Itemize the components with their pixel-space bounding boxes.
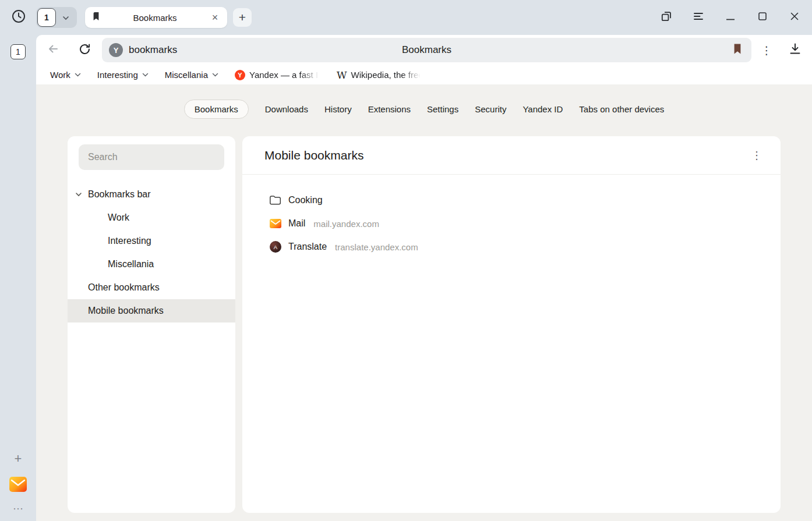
bookmarks-bar-folder-interesting[interactable]: Interesting (97, 70, 149, 80)
tree-item-bookmarks-bar[interactable]: Bookmarks bar (68, 183, 235, 206)
bookmarks-bar-link-wikipedia[interactable]: W Wikipedia, the free (337, 69, 422, 81)
yandex-mail-app-button[interactable] (9, 477, 27, 494)
bookmark-tab-icon (92, 12, 100, 23)
side-panels-button[interactable] (659, 10, 673, 24)
svg-text:A: A (273, 244, 277, 250)
tree-item-mobile-bookmarks[interactable]: Mobile bookmarks (68, 299, 235, 322)
bookmark-link-label: Yandex — a fast In (249, 70, 320, 80)
list-title: Mobile bookmarks (264, 148, 363, 162)
yandex-translate-favicon: A (269, 241, 281, 253)
tree-item-label: Other bookmarks (88, 282, 160, 293)
bookmark-folder-label: Miscellania (165, 70, 208, 80)
bookmark-folder-label: Work (50, 70, 70, 80)
manager-nav-tabs: Bookmarks Downloads History Extensions S… (36, 84, 812, 119)
list-item-mail[interactable]: Mail mail.yandex.com (242, 212, 781, 235)
history-clock-button[interactable] (10, 9, 27, 26)
maximize-icon (758, 12, 767, 23)
yandex-mail-favicon (269, 219, 281, 228)
back-arrow-icon (46, 42, 60, 58)
tab-title: Bookmarks (100, 13, 210, 23)
bookmarks-manager-page: Bookmarks Downloads History Extensions S… (36, 84, 812, 521)
chevron-expanded-icon[interactable] (75, 192, 83, 197)
site-favicon: Y (109, 43, 123, 57)
workspace-badge[interactable]: 1 (10, 44, 26, 59)
browser-window: Y bookmarks Bookmarks ⋮ Work Interesting (36, 35, 812, 521)
tab-yandex-id-section[interactable]: Yandex ID (522, 100, 563, 118)
folder-tree: Bookmarks bar Work Interesting Miscellan… (68, 183, 235, 322)
bookmark-name: Cooking (288, 195, 323, 205)
tab-group-dropdown[interactable] (56, 12, 76, 23)
tab-extensions-section[interactable]: Extensions (368, 100, 411, 118)
tab-security-section[interactable]: Security (475, 100, 506, 118)
tab-group[interactable]: 1 (36, 7, 77, 28)
bookmark-flag-icon (733, 43, 742, 57)
tab-settings-section[interactable]: Settings (427, 100, 458, 118)
reload-button[interactable] (77, 43, 91, 57)
side-strip: 1 + ⋯ (0, 35, 36, 521)
download-icon (788, 42, 802, 58)
chevron-down-icon (62, 12, 69, 23)
tree-item-label: Mobile bookmarks (88, 306, 164, 316)
chevron-down-icon (142, 73, 149, 77)
clock-icon (11, 9, 26, 26)
tree-item-label: Bookmarks bar (88, 189, 151, 200)
tab-group-count-badge[interactable]: 1 (37, 8, 56, 27)
address-bar[interactable]: Y bookmarks Bookmarks (102, 38, 751, 62)
window-minimize-button[interactable] (723, 10, 737, 24)
tree-item-label: Miscellania (108, 259, 154, 270)
side-more-button[interactable]: ⋯ (13, 504, 23, 514)
titlebar: 1 Bookmarks × + (0, 0, 812, 35)
page-title: Bookmarks (102, 44, 751, 56)
yandex-mail-icon (9, 484, 27, 494)
menu-button[interactable] (691, 10, 705, 24)
folders-sidebar: Bookmarks bar Work Interesting Miscellan… (68, 136, 235, 513)
bookmark-this-page-button[interactable] (730, 43, 744, 57)
tree-item-label: Interesting (108, 236, 151, 246)
toolbar-more-button[interactable]: ⋮ (761, 44, 772, 57)
bookmark-url: translate.yandex.com (335, 242, 418, 252)
url-text[interactable]: bookmarks (129, 44, 177, 56)
tab-bookmarks[interactable]: Bookmarks × (85, 7, 227, 28)
window-close-button[interactable] (788, 10, 802, 24)
tab-close-icon[interactable]: × (210, 12, 220, 23)
list-item-cooking[interactable]: Cooking (242, 189, 781, 212)
side-add-button[interactable]: + (15, 452, 22, 465)
chevron-down-icon (75, 73, 81, 77)
reload-icon (78, 42, 91, 58)
chevron-down-icon (212, 73, 218, 77)
hamburger-menu-icon (693, 12, 704, 23)
bookmark-name: Translate (288, 242, 327, 252)
minimize-icon (726, 12, 735, 23)
back-button[interactable] (46, 43, 60, 57)
panels-icon (660, 10, 673, 25)
list-more-button[interactable]: ⋮ (750, 149, 763, 162)
list-header: Mobile bookmarks ⋮ (242, 136, 781, 175)
bookmark-link-label: Wikipedia, the free (351, 70, 422, 80)
tab-bookmarks-section[interactable]: Bookmarks (184, 100, 249, 119)
bookmark-name: Mail (288, 218, 305, 229)
tree-item-label: Work (108, 212, 129, 223)
folder-icon (269, 195, 281, 205)
bookmark-folder-label: Interesting (97, 70, 138, 80)
yandex-favicon: Y (235, 70, 245, 80)
bookmarks-bar-folder-work[interactable]: Work (50, 70, 81, 80)
new-tab-button[interactable]: + (233, 8, 252, 27)
list-item-translate[interactable]: A Translate translate.yandex.com (242, 235, 781, 258)
search-input[interactable] (79, 144, 224, 170)
tab-history-section[interactable]: History (324, 100, 352, 118)
downloads-button[interactable] (788, 42, 803, 58)
bookmark-url: mail.yandex.com (313, 219, 379, 229)
tree-item-work[interactable]: Work (68, 206, 235, 229)
tree-item-other-bookmarks[interactable]: Other bookmarks (68, 276, 235, 299)
bookmark-list: Cooking (242, 175, 781, 258)
bookmarks-bar-link-yandex[interactable]: Y Yandex — a fast In (235, 70, 320, 80)
tab-other-devices-section[interactable]: Tabs on other devices (579, 100, 664, 118)
tree-item-interesting[interactable]: Interesting (68, 229, 235, 253)
bookmarks-bar-folder-miscellania[interactable]: Miscellania (165, 70, 218, 80)
window-maximize-button[interactable] (755, 10, 769, 24)
browser-toolbar: Y bookmarks Bookmarks ⋮ (36, 35, 812, 65)
bookmarks-list-panel: Mobile bookmarks ⋮ Cooking (242, 136, 781, 513)
tree-item-miscellania[interactable]: Miscellania (68, 253, 235, 276)
bookmarks-bar: Work Interesting Miscellania Y Yandex — … (36, 65, 812, 84)
tab-downloads-section[interactable]: Downloads (265, 100, 308, 118)
